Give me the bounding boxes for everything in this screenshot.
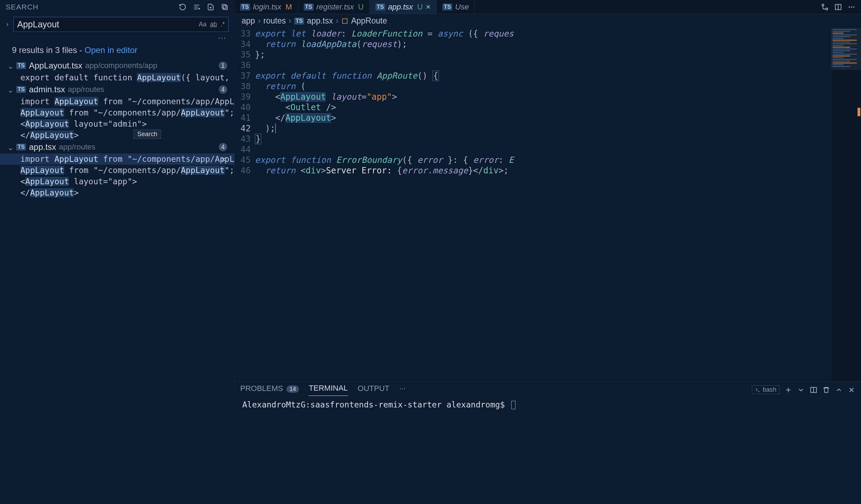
collapse-all-icon[interactable] (221, 3, 229, 11)
match-row[interactable]: AppLayout from "~/components/app/AppLayo… (0, 107, 234, 118)
file-name: app.tsx (29, 142, 56, 152)
match-row[interactable]: import AppLayout from "~/components/app/… (0, 153, 234, 165)
ts-badge: TS (16, 144, 26, 151)
ts-badge: TS (375, 4, 385, 11)
file-name: admin.tsx (29, 85, 65, 94)
search-options: Aa ab .* (199, 21, 225, 28)
results-tree: Search TS AppLayout.tsx app/components/a… (0, 59, 234, 504)
tooltip: Search (133, 130, 161, 139)
split-terminal-icon[interactable] (810, 386, 817, 394)
refresh-icon[interactable] (179, 3, 186, 11)
panel-tab-problems[interactable]: PROBLEMS 14 (240, 384, 299, 396)
maximize-panel-icon[interactable] (835, 386, 843, 394)
search-more-toggle[interactable]: ··· (0, 33, 234, 43)
match-row[interactable]: </AppLayout> (0, 187, 234, 198)
svg-point-14 (851, 6, 852, 8)
svg-point-13 (849, 6, 850, 8)
tab-status: M (285, 2, 292, 12)
more-actions-icon[interactable] (848, 3, 855, 11)
symbol-function-icon (341, 18, 348, 25)
tab-label: app.tsx (388, 2, 413, 12)
regex-toggle[interactable]: .* (221, 21, 225, 28)
new-terminal-icon[interactable] (784, 386, 792, 394)
file-path: app/routes (59, 142, 96, 152)
editor-main: TS login.tsx M TS register.tsx U TS app.… (235, 0, 861, 504)
breadcrumb-segment[interactable]: app.tsx (307, 16, 333, 26)
result-file-row[interactable]: TS app.tsx app/routes 4 (0, 141, 234, 153)
clear-results-icon[interactable] (193, 3, 201, 11)
terminal-prompt: AlexandroMtzG:saasfrontends-remix-starte… (242, 400, 505, 409)
shell-indicator[interactable]: bash (752, 385, 780, 394)
results-count-text: 9 results in 3 files - (12, 45, 85, 55)
code-content[interactable]: export let loader: LoaderFunction = asyn… (255, 28, 831, 381)
panel-tab-output[interactable]: OUTPUT (358, 384, 389, 396)
tab-status: U (358, 2, 364, 12)
panel-tabs: PROBLEMS 14 TERMINAL OUTPUT ··· bash (235, 382, 861, 396)
match-row[interactable]: </AppLayout> (0, 130, 234, 141)
sidebar-header: SEARCH (0, 0, 234, 14)
panel-tab-terminal[interactable]: TERMINAL (309, 384, 348, 396)
tab-status: U (417, 2, 423, 12)
svg-rect-7 (222, 5, 226, 8)
sidebar-title: SEARCH (6, 3, 179, 11)
match-row[interactable]: export default function AppLayout({ layo… (0, 72, 234, 83)
file-path: app/components/app (85, 61, 158, 70)
svg-rect-8 (223, 6, 227, 9)
problems-count-badge: 14 (287, 385, 299, 393)
match-count-badge: 1 (219, 61, 227, 70)
sidebar-actions (179, 3, 229, 11)
tab-label: register.tsx (316, 2, 354, 12)
toggle-replace-chevron-icon[interactable] (4, 20, 11, 29)
ts-badge: TS (240, 4, 250, 11)
minimap-lines (833, 29, 860, 68)
ts-badge: TS (442, 4, 452, 11)
svg-point-10 (826, 8, 828, 10)
result-file-row[interactable]: TS AppLayout.tsx app/components/app 1 (0, 59, 234, 72)
ts-badge: TS (16, 86, 26, 93)
editor-area[interactable]: 33 34 35 36 37 38 39 40 41 42 43 44 45 4… (235, 28, 861, 381)
close-tab-icon[interactable]: ✕ (426, 3, 431, 11)
breadcrumb-sep: › (336, 16, 339, 26)
search-input[interactable] (17, 19, 199, 29)
match-count-badge: 4 (219, 143, 227, 151)
match-row[interactable]: import AppLayout from "~/components/app/… (0, 96, 234, 107)
svg-rect-16 (342, 19, 347, 23)
chevron-down-icon (8, 87, 13, 92)
svg-point-9 (822, 4, 824, 6)
tab-truncated[interactable]: TS Use (437, 0, 475, 14)
breadcrumb-segment[interactable]: routes (263, 16, 286, 26)
line-gutter: 33 34 35 36 37 38 39 40 41 42 43 44 45 4… (235, 28, 255, 381)
compare-changes-icon[interactable] (821, 3, 829, 11)
result-file-row[interactable]: TS admin.tsx app/routes 4 (0, 83, 234, 96)
ts-badge: TS (294, 18, 304, 25)
whole-word-toggle[interactable]: ab (210, 21, 217, 28)
panel-tab-more-icon[interactable]: ··· (399, 384, 406, 396)
dismiss-match-icon[interactable]: ✕ (221, 155, 226, 164)
open-in-editor-link[interactable]: Open in editor (85, 45, 138, 55)
tab-app[interactable]: TS app.tsx U ✕ (370, 0, 437, 14)
chevron-down-icon (8, 63, 13, 68)
close-panel-icon[interactable] (848, 386, 855, 394)
file-path: app/routes (68, 85, 104, 94)
match-count-badge: 4 (219, 85, 227, 94)
match-row[interactable]: AppLayout from "~/components/app/AppLayo… (0, 165, 234, 176)
ts-badge: TS (304, 4, 314, 11)
new-file-icon[interactable] (207, 3, 215, 11)
chevron-down-icon (8, 144, 13, 150)
tab-register[interactable]: TS register.tsx U (298, 0, 370, 14)
split-editor-icon[interactable] (834, 3, 842, 11)
terminal-body[interactable]: AlexandroMtzG:saasfrontends-remix-starte… (235, 396, 861, 504)
breadcrumb-segment[interactable]: app (242, 16, 255, 26)
match-row[interactable]: <AppLayout layout="admin"> (0, 118, 234, 130)
ts-badge: TS (16, 62, 26, 69)
kill-terminal-icon[interactable] (822, 386, 830, 394)
tab-label: Use (455, 2, 469, 12)
tab-login[interactable]: TS login.tsx M (235, 0, 298, 14)
match-row[interactable]: <AppLayout layout="app"> (0, 176, 234, 187)
breadcrumb-sep: › (289, 16, 291, 26)
breadcrumb[interactable]: app › routes › TS app.tsx › AppRoute (235, 14, 861, 28)
terminal-dropdown-icon[interactable] (797, 386, 805, 394)
match-case-toggle[interactable]: Aa (199, 21, 206, 28)
breadcrumb-symbol[interactable]: AppRoute (351, 16, 387, 26)
file-name: AppLayout.tsx (29, 61, 82, 71)
